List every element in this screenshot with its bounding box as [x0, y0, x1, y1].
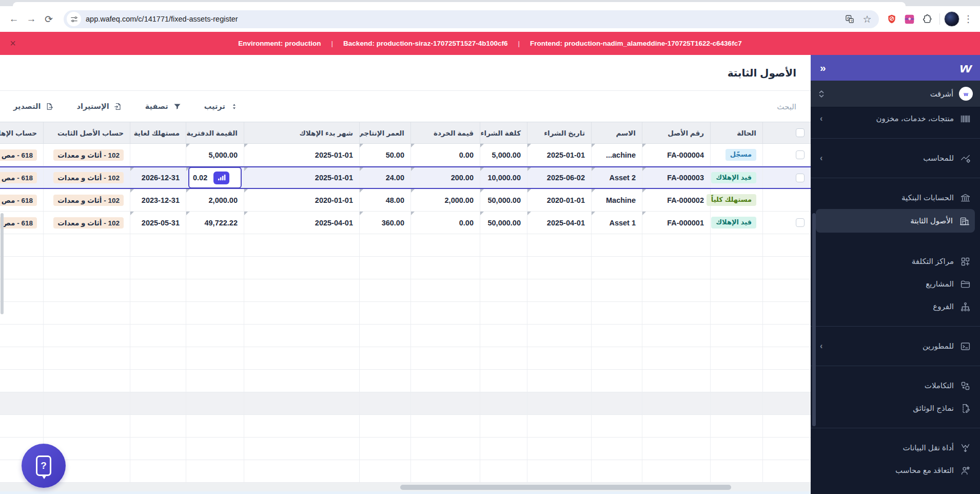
import-button[interactable]: الإستيراد [76, 102, 122, 111]
column-header-purchase_cost[interactable]: كلفة الشراء [480, 122, 527, 143]
cell-dep_start_month[interactable]: 2025-04-01 [244, 212, 359, 234]
column-header-depreciated_until[interactable]: مستهلك لغاية [130, 122, 186, 143]
cell-useful_life[interactable]: 48.00 [359, 189, 410, 211]
sidebar-item-bank-accounts[interactable]: الحسابات البنكية [811, 186, 980, 209]
browser-active-tab[interactable] [13, 2, 906, 6]
row-checkbox[interactable] [796, 150, 805, 159]
help-button[interactable]: ? [22, 444, 66, 488]
cell-asset_no[interactable]: FA-000003 [642, 167, 710, 188]
column-header-name[interactable]: الاسم [591, 122, 642, 143]
row-checkbox[interactable] [796, 218, 805, 227]
cell-dep_account[interactable]: 618 - مص [0, 167, 43, 188]
reload-button[interactable]: ⟳ [40, 10, 57, 28]
cell-purchase_date[interactable]: 2025-04-01 [527, 212, 591, 234]
extensions-puzzle-icon[interactable] [919, 11, 934, 27]
sidebar-item-branches[interactable]: الفروع [811, 295, 980, 318]
sidebar-item-hire-accountant[interactable]: التعاقد مع محاسب [811, 459, 980, 482]
cell-dep_account[interactable]: 618 - مص [0, 212, 43, 234]
cell-purchase_cost[interactable]: 5,000.00 [480, 144, 527, 166]
cell-asset_account[interactable]: 102 - أثاث و معدات [43, 167, 130, 188]
sidebar-item-products[interactable]: منتجات، خدمات، مخزون‹ [811, 107, 980, 130]
cell-purchase_date[interactable]: 2025-01-01 [527, 144, 591, 166]
sidebar-collapse-icon[interactable]: » [820, 62, 826, 74]
cell-status[interactable]: قيد الإهلاك [710, 167, 762, 188]
cell-asset_account[interactable]: 102 - أثاث و معدات [43, 189, 130, 211]
column-header-dep_start_month[interactable]: شهر بدء الإهلاك [244, 122, 359, 143]
sidebar-item-doc-templates[interactable]: نماذج الوثائق [811, 397, 980, 420]
cell-book_value[interactable]: 5,000.00 [186, 144, 244, 166]
depreciation-chart-button[interactable] [213, 172, 229, 184]
table-row[interactable]: قيد الإهلاكFA-000001Asset 12025-04-0150,… [0, 212, 811, 234]
table-row[interactable]: مسجّلFA-000004...achine2025-01-015,000.0… [0, 144, 811, 166]
cell-depreciated_until[interactable] [130, 144, 186, 166]
horizontal-scrollbar-thumb[interactable] [400, 485, 731, 490]
cell-checkbox[interactable] [762, 167, 811, 188]
bookmark-star-icon[interactable]: ☆ [859, 11, 875, 27]
banner-close-icon[interactable]: × [6, 37, 19, 50]
cell-checkbox[interactable] [762, 144, 811, 166]
site-settings-icon[interactable] [67, 12, 81, 26]
horizontal-scrollbar[interactable] [0, 483, 811, 491]
column-header-purchase_date[interactable]: تاريخ الشراء [527, 122, 591, 143]
sidebar-item-developers[interactable]: للمطورين‹ [811, 335, 980, 357]
cell-name[interactable]: ...achine [591, 144, 642, 166]
sort-button[interactable]: ترتيب [204, 102, 239, 111]
cell-book_value[interactable]: 0.02 [186, 167, 244, 188]
column-header-status[interactable]: الحالة [710, 122, 762, 143]
sidebar-item-accountant[interactable]: للمحاسب‹ [811, 147, 980, 169]
cell-status[interactable]: مسجّل [710, 144, 762, 166]
vertical-scrollbar-thumb[interactable] [1, 213, 4, 314]
cell-dep_account[interactable]: 618 - مص [0, 189, 43, 211]
cell-checkbox[interactable] [762, 212, 811, 234]
cell-checkbox[interactable] [762, 189, 811, 211]
row-checkbox[interactable] [796, 174, 805, 182]
cell-depreciated_until[interactable]: 2023-12-31 [130, 189, 186, 211]
forward-button[interactable]: → [23, 10, 40, 28]
sidebar-item-integrations[interactable]: التكاملات [811, 374, 980, 397]
cell-asset_no[interactable]: FA-000002 [642, 189, 710, 211]
cell-status[interactable]: قيد الإهلاك [710, 212, 762, 234]
cell-scrap_value[interactable]: 0.00 [410, 144, 480, 166]
cell-dep_start_month[interactable]: 2020-01-01 [244, 189, 359, 211]
select-all-checkbox[interactable] [796, 128, 805, 137]
address-bar[interactable]: app.wafeq.com/c/141771/fixed-assets-regi… [64, 10, 879, 28]
company-selector[interactable]: w أشرقت [811, 81, 980, 107]
export-button[interactable]: التصدير [13, 102, 54, 111]
sidebar-item-fixed-assets[interactable]: الأصول الثابتة [816, 209, 975, 233]
cell-useful_life[interactable]: 360.00 [359, 212, 410, 234]
cell-asset_no[interactable]: FA-000004 [642, 144, 710, 166]
browser-menu-icon[interactable]: ⋮ [964, 13, 973, 25]
cell-book_value[interactable]: 49,722.22 [186, 212, 244, 234]
column-header-scrap_value[interactable]: قيمة الخردة [410, 122, 480, 143]
profile-avatar[interactable] [944, 11, 959, 27]
back-button[interactable]: ← [5, 10, 23, 28]
column-header-useful_life[interactable]: العمر الإنتاجي أ [359, 122, 410, 143]
cell-name[interactable]: Asset 1 [591, 212, 642, 234]
cell-purchase_cost[interactable]: 50,000.00 [480, 189, 527, 211]
cell-name[interactable]: Machine [591, 189, 642, 211]
cell-name[interactable]: Asset 2 [591, 167, 642, 188]
sidebar-item-projects[interactable]: المشاريع [811, 273, 980, 295]
cell-purchase_cost[interactable]: 50,000.00 [480, 212, 527, 234]
translate-icon[interactable]: G 文 [842, 11, 857, 27]
filter-button[interactable]: تصفية [145, 102, 182, 111]
selected-cell[interactable]: 0.02 [188, 167, 242, 188]
cell-dep_start_month[interactable]: 2025-01-01 [244, 144, 359, 166]
extension-pink-icon[interactable] [901, 11, 917, 27]
cell-scrap_value[interactable]: 0.00 [410, 212, 480, 234]
cell-depreciated_until[interactable]: 2025-05-31 [130, 212, 186, 234]
column-header-dep_account[interactable]: حساب الإهلاك [0, 122, 43, 143]
column-header-asset_no[interactable]: رقم الأصل [642, 122, 710, 143]
sidebar-item-data-migration[interactable]: أداة نقل البيانات [811, 436, 980, 459]
cell-dep_account[interactable]: 618 - مص [0, 144, 43, 166]
cell-purchase_cost[interactable]: 10,000.00 [480, 167, 527, 188]
table-row[interactable]: قيد الإهلاكFA-000003Asset 22025-06-0210,… [0, 166, 811, 189]
cell-asset_account[interactable]: 102 - أثاث و معدات [43, 212, 130, 234]
cell-depreciated_until[interactable]: 2026-12-31 [130, 167, 186, 188]
sidebar-scrollbar-thumb[interactable] [812, 213, 816, 426]
cell-book_value[interactable]: 2,000.00 [186, 189, 244, 211]
cell-scrap_value[interactable]: 2,000.00 [410, 189, 480, 211]
cell-status[interactable]: مستهلك كلياً [710, 189, 762, 211]
cell-scrap_value[interactable]: 200.00 [410, 167, 480, 188]
cell-asset_no[interactable]: FA-000001 [642, 212, 710, 234]
